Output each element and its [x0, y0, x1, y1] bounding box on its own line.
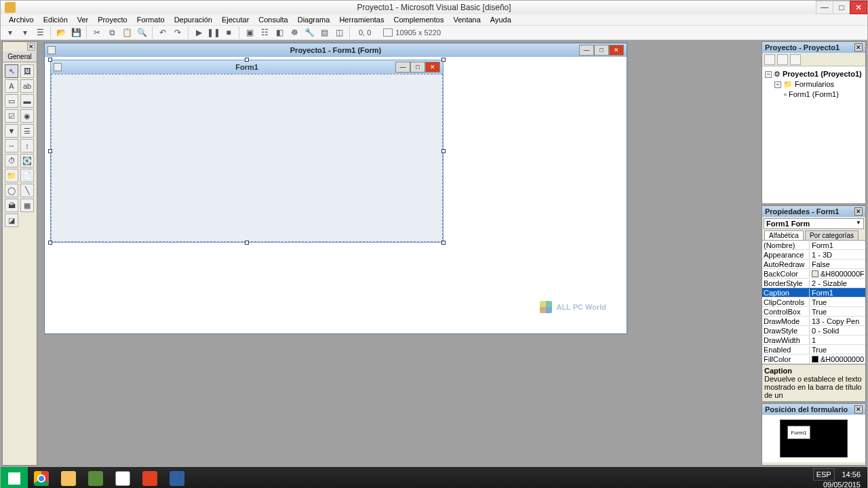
- start-button[interactable]: [1, 467, 28, 488]
- label-tool[interactable]: A: [5, 79, 18, 93]
- property-grid[interactable]: (Nombre)Form1Appearance1 - 3DAutoRedrawF…: [762, 241, 865, 364]
- properties-button[interactable]: ☷: [258, 26, 271, 39]
- property-row[interactable]: CaptionForm1: [762, 288, 865, 298]
- form-canvas-wrapper[interactable]: Form1 — □ ✕: [50, 60, 443, 243]
- menu-ejecutar[interactable]: Ejecutar: [218, 14, 253, 25]
- maximize-button[interactable]: □: [833, 1, 850, 14]
- data-view-button[interactable]: ▤: [317, 26, 331, 39]
- property-row[interactable]: BackColor&H8000000F: [762, 269, 865, 279]
- menu-complementos[interactable]: Complementos: [389, 14, 448, 25]
- property-row[interactable]: DrawMode13 - Copy Pen: [762, 317, 865, 326]
- find-button[interactable]: 🔍: [135, 26, 149, 39]
- form-maximize-button[interactable]: □: [410, 62, 425, 73]
- menu-ayuda[interactable]: Ayuda: [486, 14, 515, 25]
- screen-preview[interactable]: Form1: [780, 420, 848, 458]
- property-row[interactable]: EnabledTrue: [762, 345, 865, 354]
- resize-handle[interactable]: [48, 58, 52, 62]
- language-indicator[interactable]: ESP: [813, 468, 835, 481]
- view-code-button[interactable]: [764, 54, 775, 65]
- tab-categorized[interactable]: Por categorías: [805, 230, 859, 240]
- optionbutton-tool[interactable]: ◉: [20, 109, 34, 123]
- properties-panel-close-button[interactable]: ✕: [854, 207, 863, 216]
- redo-button[interactable]: ↷: [171, 26, 184, 39]
- timer-tool[interactable]: ⏱: [5, 154, 18, 167]
- menu-formato[interactable]: Formato: [133, 14, 169, 25]
- form-titlebar[interactable]: Form1 — □ ✕: [51, 60, 443, 74]
- stop-button[interactable]: ■: [222, 26, 235, 39]
- resize-handle[interactable]: [441, 149, 446, 153]
- pause-button[interactable]: ❚❚: [207, 26, 220, 39]
- cut-button[interactable]: ✂: [90, 26, 104, 39]
- menu-proyecto[interactable]: Proyecto: [94, 14, 131, 25]
- filelistbox-tool[interactable]: 📄: [20, 169, 34, 182]
- resize-handle[interactable]: [245, 58, 249, 62]
- textbox-tool[interactable]: ab: [20, 79, 34, 93]
- image-tool[interactable]: 🏔: [5, 199, 18, 212]
- dirlistbox-tool[interactable]: 📁: [5, 169, 18, 182]
- toggle-folders-button[interactable]: [790, 54, 801, 65]
- task-explorer[interactable]: [55, 467, 82, 488]
- pointer-tool[interactable]: ↖: [5, 64, 18, 78]
- menu-herramientas[interactable]: Herramientas: [335, 14, 388, 25]
- component-button[interactable]: ◫: [332, 26, 346, 39]
- listbox-tool[interactable]: ☰: [20, 124, 34, 138]
- property-row[interactable]: AutoRedrawFalse: [762, 260, 865, 269]
- task-utorrent[interactable]: [82, 467, 109, 488]
- resize-handle[interactable]: [48, 149, 52, 153]
- system-tray[interactable]: ESP 14:56 09/05/2015: [806, 468, 867, 489]
- toolbox-button[interactable]: 🔧: [302, 26, 316, 39]
- property-row[interactable]: BorderStyle2 - Sizable: [762, 279, 865, 288]
- paste-button[interactable]: 📋: [120, 26, 134, 39]
- undo-button[interactable]: ↶: [156, 26, 170, 39]
- commandbutton-tool[interactable]: ▬: [20, 94, 34, 108]
- project-tree[interactable]: −⚙Proyecto1 (Proyecto1) −📁Formularios ▫F…: [762, 66, 865, 203]
- add-project-button[interactable]: ▾: [3, 26, 17, 39]
- form-layout-button[interactable]: ◧: [273, 26, 286, 39]
- resize-handle[interactable]: [48, 241, 52, 245]
- property-row[interactable]: ControlBoxTrue: [762, 307, 865, 317]
- open-button[interactable]: 📂: [54, 26, 68, 39]
- property-row[interactable]: DrawWidth1: [762, 336, 865, 345]
- task-vb6[interactable]: [163, 467, 191, 488]
- menu-ventana[interactable]: Ventana: [449, 14, 484, 25]
- task-mediaplayer[interactable]: [136, 467, 163, 488]
- vscrollbar-tool[interactable]: ↕: [20, 139, 34, 152]
- shape-tool[interactable]: ◯: [5, 184, 18, 197]
- designer-titlebar[interactable]: Proyecto1 - Form1 (Form) — □ ✕: [45, 43, 627, 57]
- hscrollbar-tool[interactable]: ↔: [5, 139, 18, 152]
- resize-handle[interactable]: [245, 241, 249, 245]
- menu-diagrama[interactable]: Diagrama: [294, 14, 334, 25]
- form-preview[interactable]: Form1: [787, 426, 810, 439]
- form-design-surface[interactable]: [51, 74, 443, 242]
- resize-handle[interactable]: [441, 58, 446, 62]
- menu-ver[interactable]: Ver: [73, 14, 93, 25]
- resize-handle[interactable]: [441, 241, 446, 245]
- checkbox-tool[interactable]: ☑: [5, 109, 18, 123]
- tab-alphabetic[interactable]: Alfabética: [764, 230, 804, 240]
- designer-maximize-button[interactable]: □: [594, 45, 609, 56]
- menu-archivo[interactable]: Archivo: [5, 14, 38, 25]
- ole-tool[interactable]: ◪: [5, 214, 18, 227]
- menu-consulta[interactable]: Consulta: [254, 14, 292, 25]
- property-row[interactable]: FillColor&H00000000: [762, 354, 865, 364]
- combobox-tool[interactable]: ▼: [5, 124, 18, 138]
- menu-editor-button[interactable]: ☰: [33, 26, 47, 39]
- property-row[interactable]: DrawStyle0 - Solid: [762, 326, 865, 336]
- view-object-button[interactable]: [777, 54, 788, 65]
- line-tool[interactable]: ╲: [20, 184, 34, 197]
- property-row[interactable]: Appearance1 - 3D: [762, 250, 865, 260]
- data-tool[interactable]: ▦: [20, 199, 34, 212]
- form-designer-window[interactable]: Proyecto1 - Form1 (Form) — □ ✕ Form1 —: [44, 43, 627, 334]
- save-button[interactable]: 💾: [69, 26, 83, 39]
- add-form-button[interactable]: ▾: [18, 26, 32, 39]
- frame-tool[interactable]: ▭: [5, 94, 18, 108]
- project-explorer-button[interactable]: ▣: [243, 26, 256, 39]
- toolbox-tab[interactable]: General: [3, 52, 37, 62]
- task-ccleaner[interactable]: [109, 467, 136, 488]
- form-minimize-button[interactable]: —: [395, 62, 410, 73]
- drivelistbox-tool[interactable]: 💽: [20, 154, 34, 167]
- close-button[interactable]: ✕: [850, 1, 867, 14]
- run-button[interactable]: ▶: [192, 26, 205, 39]
- minimize-button[interactable]: —: [816, 1, 833, 14]
- form-close-button[interactable]: ✕: [425, 62, 440, 73]
